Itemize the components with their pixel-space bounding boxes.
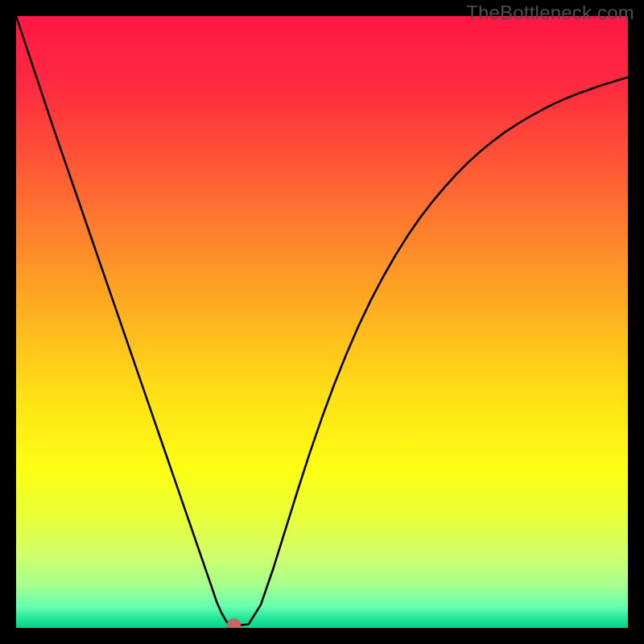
plot-area xyxy=(16,16,628,628)
watermark-text: TheBottleneck.com xyxy=(466,2,634,24)
chart-frame: TheBottleneck.com xyxy=(0,0,644,644)
plot-svg xyxy=(16,16,628,628)
gradient-background xyxy=(16,16,628,628)
